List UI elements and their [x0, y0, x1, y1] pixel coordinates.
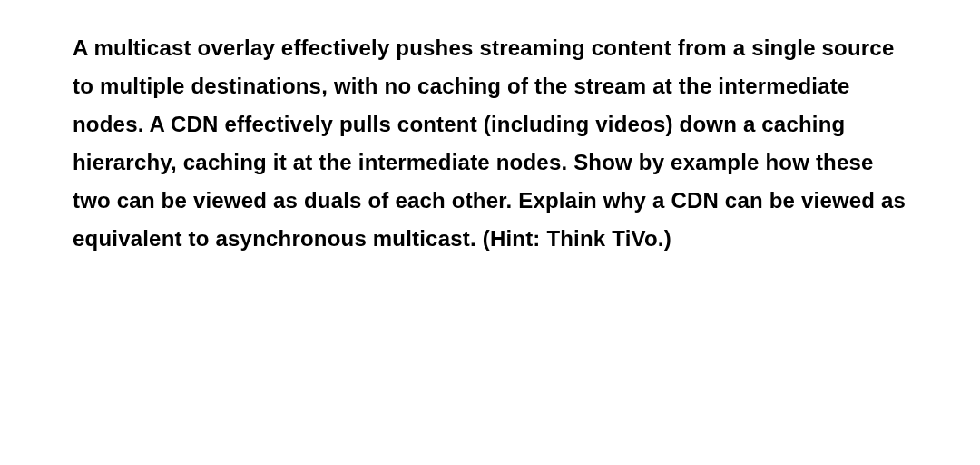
- question-text: A multicast overlay effectively pushes s…: [73, 29, 907, 258]
